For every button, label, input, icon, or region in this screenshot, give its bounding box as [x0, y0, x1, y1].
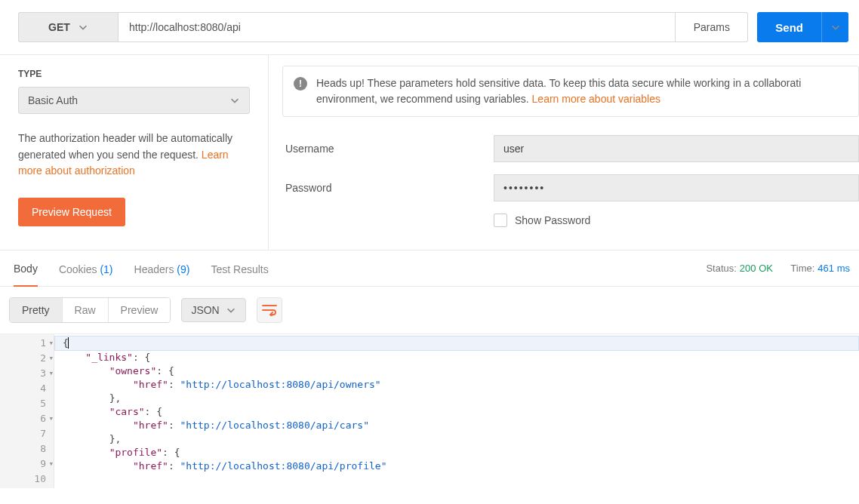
username-label: Username	[285, 143, 494, 155]
tab-cookies-label: Cookies	[59, 263, 97, 275]
time-value: 461 ms	[817, 263, 850, 274]
password-row: Password	[282, 174, 859, 201]
send-button-group: Send	[757, 12, 848, 42]
http-method-select[interactable]: GET	[18, 12, 118, 42]
status-value: 200 OK	[740, 263, 773, 274]
auth-type-value: Basic Auth	[28, 94, 78, 106]
send-dropdown-button[interactable]	[821, 12, 848, 42]
headers-count: (9)	[177, 263, 189, 275]
tab-body[interactable]: Body	[14, 263, 38, 287]
response-body-toolbar: Pretty Raw Preview JSON	[0, 287, 859, 333]
tab-test-results[interactable]: Test Results	[211, 263, 268, 286]
request-url-input[interactable]	[118, 12, 676, 42]
auth-right-panel: ! Heads up! These parameters hold sensit…	[269, 55, 859, 250]
chevron-down-icon	[226, 305, 236, 315]
response-lang-select[interactable]: JSON	[181, 298, 245, 322]
response-body-code: 1▾ 2▾ 3▾ 4 5 6▾ 7 8 9▾ 10 { "_links": { …	[0, 333, 859, 488]
request-bar: GET Params Send	[0, 0, 859, 55]
auth-type-select[interactable]: Basic Auth	[18, 87, 250, 114]
response-lang-value: JSON	[191, 304, 219, 316]
auth-description-text: The authorization header will be automat…	[18, 132, 232, 161]
time-label: Time:	[790, 263, 814, 274]
tab-cookies[interactable]: Cookies (1)	[59, 263, 113, 286]
auth-description: The authorization header will be automat…	[18, 131, 250, 180]
view-preview-button[interactable]: Preview	[108, 298, 171, 322]
info-icon: !	[294, 77, 307, 91]
chevron-down-icon	[78, 22, 88, 32]
view-raw-button[interactable]: Raw	[62, 298, 108, 322]
show-password-checkbox[interactable]	[494, 214, 507, 227]
view-mode-group: Pretty Raw Preview	[9, 297, 171, 323]
chevron-down-icon	[229, 95, 240, 106]
sensitive-data-banner: ! Heads up! These parameters hold sensit…	[282, 66, 859, 117]
show-password-label: Show Password	[515, 214, 590, 226]
send-button[interactable]: Send	[757, 12, 821, 42]
password-input[interactable]	[494, 174, 859, 201]
preview-request-button[interactable]: Preview Request	[18, 198, 125, 226]
tab-headers-label: Headers	[134, 263, 174, 275]
authorization-section: TYPE Basic Auth The authorization header…	[0, 55, 859, 250]
auth-type-label: TYPE	[18, 69, 250, 79]
http-method-value: GET	[48, 21, 70, 33]
wrap-icon	[262, 304, 277, 316]
cookies-count: (1)	[100, 263, 112, 275]
response-meta: Status:200 OK Time:461 ms	[706, 263, 850, 274]
chevron-down-icon	[830, 22, 841, 32]
wrap-lines-button[interactable]	[257, 297, 282, 323]
username-input[interactable]	[494, 135, 859, 162]
view-pretty-button[interactable]: Pretty	[10, 298, 62, 322]
banner-text: Heads up! These parameters hold sensitiv…	[316, 75, 801, 107]
code-gutter: 1▾ 2▾ 3▾ 4 5 6▾ 7 8 9▾ 10	[0, 334, 54, 488]
tab-headers[interactable]: Headers (9)	[134, 263, 190, 286]
code-body[interactable]: { "_links": { "owners": { "href": "http:…	[54, 334, 859, 488]
show-password-row: Show Password	[494, 214, 859, 227]
username-row: Username	[282, 135, 859, 162]
params-button[interactable]: Params	[676, 12, 748, 42]
variables-learn-more-link[interactable]: Learn more about variables	[532, 93, 660, 105]
banner-line2: environment, we recommend using variable…	[316, 93, 532, 105]
status-label: Status:	[706, 263, 736, 274]
password-label: Password	[285, 182, 494, 194]
auth-left-panel: TYPE Basic Auth The authorization header…	[0, 55, 269, 250]
response-tabs: Body Cookies (1) Headers (9) Test Result…	[0, 250, 859, 287]
banner-line1: Heads up! These parameters hold sensitiv…	[316, 77, 801, 89]
